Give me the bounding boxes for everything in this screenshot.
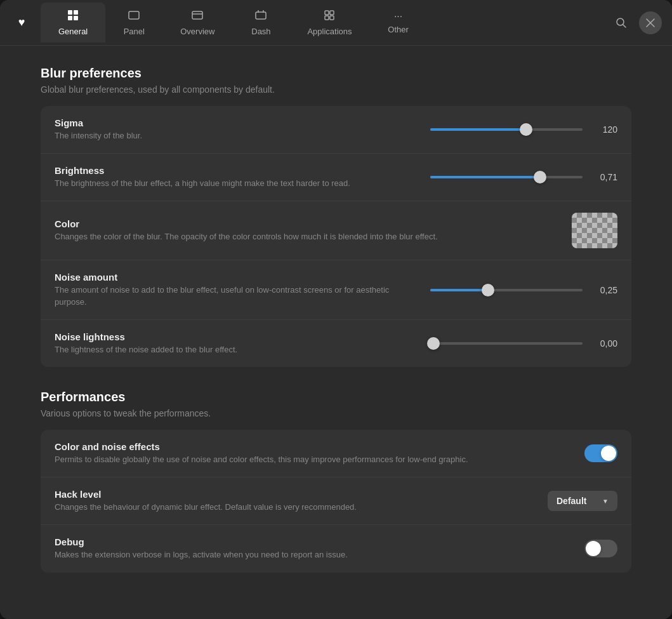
brightness-track <box>430 176 583 178</box>
tab-panel-label: Panel <box>124 27 145 36</box>
noise-lightness-label: Noise lightness <box>55 331 418 342</box>
brightness-info: Brightness The brightness of the blur ef… <box>55 165 418 189</box>
performances-card: Color and noise effects Permits to disab… <box>41 430 631 573</box>
color-noise-control <box>584 444 617 462</box>
noise-lightness-control: 0,00 <box>430 337 617 350</box>
blur-preferences-title: Blur preferences <box>41 66 631 81</box>
noise-amount-track <box>430 289 583 291</box>
color-swatch[interactable] <box>572 213 617 248</box>
noise-lightness-track <box>430 342 583 345</box>
close-button[interactable] <box>639 11 662 34</box>
color-noise-desc: Permits to disable globally the use of n… <box>55 454 572 465</box>
brightness-control: 0,71 <box>430 171 617 183</box>
color-row: Color Changes the color of the blur. The… <box>41 201 631 260</box>
brightness-slider-container: 0,71 <box>430 171 617 183</box>
search-button[interactable] <box>610 11 633 34</box>
tab-dash[interactable]: Dash <box>232 3 289 43</box>
svg-rect-2 <box>68 16 72 20</box>
noise-lightness-slider[interactable] <box>430 337 583 350</box>
debug-row: Debug Makes the extension verbose in log… <box>41 525 631 572</box>
main-window: ♥ General Pa <box>0 0 672 619</box>
noise-amount-fill <box>430 289 488 291</box>
overview-tab-icon <box>191 9 204 23</box>
chevron-down-icon: ▼ <box>602 498 609 505</box>
brightness-value: 0,71 <box>589 172 617 182</box>
brightness-slider[interactable] <box>430 171 583 183</box>
noise-amount-value: 0,25 <box>589 285 617 295</box>
noise-lightness-row: Noise lightness The lightness of the noi… <box>41 320 631 367</box>
other-tab-icon: ··· <box>394 11 402 22</box>
debug-toggle[interactable] <box>584 540 617 557</box>
debug-control <box>584 540 617 557</box>
sigma-track <box>430 128 583 131</box>
sigma-thumb[interactable] <box>520 123 532 136</box>
tab-panel[interactable]: Panel <box>105 3 162 43</box>
hack-level-desc: Changes the behaviour of dynamic blur ef… <box>55 502 535 513</box>
performances-title: Performances <box>41 390 631 404</box>
svg-rect-0 <box>68 10 72 15</box>
noise-amount-info: Noise amount The amount of noise to add … <box>55 272 418 307</box>
noise-amount-slider-container: 0,25 <box>430 284 617 296</box>
svg-rect-5 <box>192 11 202 19</box>
noise-lightness-desc: The lightness of the noise added to the … <box>55 344 418 356</box>
noise-amount-row: Noise amount The amount of noise to add … <box>41 260 631 319</box>
color-noise-effects-row: Color and noise effects Permits to disab… <box>41 430 631 477</box>
tab-dash-label: Dash <box>251 27 270 36</box>
noise-amount-label: Noise amount <box>55 272 418 283</box>
dash-tab-icon <box>254 9 267 23</box>
tab-general[interactable]: General <box>41 3 105 43</box>
tab-other[interactable]: ··· Other <box>370 5 427 41</box>
checkerboard <box>572 213 617 248</box>
noise-lightness-value: 0,00 <box>589 338 617 349</box>
brightness-desc: The brightness of the blur effect, a hig… <box>55 178 418 189</box>
hack-level-value: Default <box>557 496 586 506</box>
hack-level-row: Hack level Changes the behaviour of dyna… <box>41 477 631 525</box>
sigma-info: Sigma The intensity of the blur. <box>55 117 418 142</box>
tab-overview[interactable]: Overview <box>162 3 232 43</box>
debug-info: Debug Makes the extension verbose in log… <box>55 536 572 561</box>
brightness-fill <box>430 176 540 178</box>
window-controls <box>610 11 662 34</box>
svg-rect-1 <box>74 10 78 15</box>
tab-applications[interactable]: Applications <box>289 3 369 43</box>
tab-other-label: Other <box>388 25 409 34</box>
sigma-control: 120 <box>430 123 617 136</box>
svg-rect-4 <box>129 11 139 19</box>
color-noise-toggle[interactable] <box>584 444 617 462</box>
brightness-thumb[interactable] <box>534 171 546 183</box>
blur-preferences-section: Blur preferences Global blur preferences… <box>41 66 631 367</box>
color-control <box>572 213 617 248</box>
sigma-desc: The intensity of the blur. <box>55 130 418 142</box>
general-tab-icon <box>67 9 79 23</box>
noise-amount-control: 0,25 <box>430 284 617 296</box>
hack-level-control: Default ▼ <box>548 491 617 511</box>
color-noise-toggle-knob <box>601 446 616 461</box>
blur-preferences-subtitle: Global blur preferences, used by all com… <box>41 84 631 95</box>
color-label: Color <box>55 218 559 229</box>
heart-button[interactable]: ♥ <box>10 11 33 34</box>
noise-amount-desc: The amount of noise to add to the blur e… <box>55 284 418 307</box>
hack-level-label: Hack level <box>55 489 535 500</box>
color-noise-label: Color and noise effects <box>55 441 572 452</box>
hack-level-info: Hack level Changes the behaviour of dyna… <box>55 489 535 513</box>
svg-rect-7 <box>256 12 266 19</box>
tab-applications-label: Applications <box>307 27 352 36</box>
svg-rect-11 <box>330 11 334 15</box>
sigma-row: Sigma The intensity of the blur. 120 <box>41 106 631 154</box>
tab-bar: ♥ General Pa <box>0 0 672 46</box>
sigma-label: Sigma <box>55 117 418 128</box>
noise-lightness-slider-container: 0,00 <box>430 337 617 350</box>
svg-rect-10 <box>325 11 329 15</box>
noise-amount-slider[interactable] <box>430 284 583 296</box>
sigma-slider[interactable] <box>430 123 583 136</box>
sigma-fill <box>430 128 526 131</box>
brightness-row: Brightness The brightness of the blur ef… <box>41 154 631 201</box>
panel-tab-icon <box>128 9 140 23</box>
sigma-slider-container: 120 <box>430 123 617 136</box>
performances-section: Performances Various options to tweak th… <box>41 390 631 573</box>
svg-rect-12 <box>325 16 329 20</box>
hack-level-dropdown[interactable]: Default ▼ <box>548 491 617 511</box>
noise-lightness-thumb[interactable] <box>427 337 440 350</box>
noise-amount-thumb[interactable] <box>482 284 494 296</box>
brightness-label: Brightness <box>55 165 418 176</box>
